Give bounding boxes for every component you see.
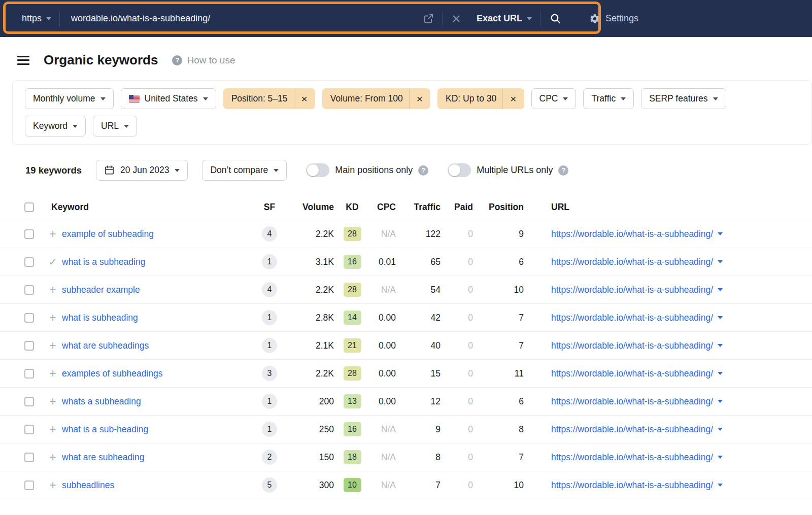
serp-features-badge[interactable]: 1: [262, 254, 277, 269]
question-icon[interactable]: ?: [558, 165, 568, 176]
keyword-link[interactable]: what are subheading: [62, 452, 250, 463]
expand-icon[interactable]: +: [49, 479, 56, 491]
col-url[interactable]: URL: [551, 202, 812, 213]
url-dropdown-icon[interactable]: [718, 400, 723, 403]
row-checkbox[interactable]: [24, 341, 34, 351]
settings-button[interactable]: Settings: [589, 13, 638, 24]
url-dropdown-icon[interactable]: [718, 288, 723, 291]
expand-icon[interactable]: +: [49, 424, 56, 435]
col-sf[interactable]: SF: [264, 202, 275, 213]
row-checkbox[interactable]: [24, 369, 34, 379]
expand-icon[interactable]: +: [49, 396, 56, 407]
keyword-link[interactable]: example of subheading: [62, 229, 250, 239]
remove-filter-icon[interactable]: ×: [294, 89, 315, 109]
url-link[interactable]: https://wordable.io/what-is-a-subheading…: [551, 396, 713, 407]
keyword-link[interactable]: what is subheading: [62, 313, 250, 323]
keyword-link[interactable]: what are subheadings: [62, 340, 250, 351]
filter-chip[interactable]: Traffic: [583, 88, 634, 109]
multiple-urls-toggle[interactable]: [448, 163, 471, 177]
serp-features-badge[interactable]: 1: [262, 338, 277, 353]
url-dropdown-icon[interactable]: [718, 372, 723, 375]
keyword-link[interactable]: what is a subheading: [62, 257, 250, 267]
search-icon[interactable]: [549, 12, 563, 26]
how-to-use-link[interactable]: ? How to use: [172, 55, 235, 66]
filter-chip[interactable]: United States: [121, 88, 216, 109]
row-checkbox[interactable]: [24, 397, 34, 406]
url-dropdown-icon[interactable]: [718, 428, 723, 431]
url-link[interactable]: https://wordable.io/what-is-a-subheading…: [551, 340, 713, 351]
keyword-link[interactable]: subheader example: [62, 285, 250, 295]
url-dropdown-icon[interactable]: [718, 456, 723, 459]
keyword-link[interactable]: examples of subheadings: [62, 368, 250, 379]
filter-chip[interactable]: Keyword: [25, 116, 86, 136]
question-icon[interactable]: ?: [418, 165, 428, 176]
mode-dropdown[interactable]: Exact URL: [477, 13, 532, 24]
expand-icon[interactable]: +: [49, 228, 56, 240]
multiple-urls-label: Multiple URLs only: [477, 165, 553, 176]
row-checkbox[interactable]: [24, 453, 34, 462]
filter-chip[interactable]: SERP features: [641, 88, 726, 109]
col-position[interactable]: Position: [473, 202, 524, 213]
date-picker-button[interactable]: 20 Jun 2023: [96, 160, 188, 181]
serp-features-badge[interactable]: 5: [262, 477, 277, 493]
clear-icon[interactable]: [449, 12, 463, 26]
serp-features-badge[interactable]: 3: [262, 366, 277, 381]
url-link[interactable]: https://wordable.io/what-is-a-subheading…: [551, 313, 713, 323]
keyword-link[interactable]: whats a subheading: [62, 396, 250, 407]
url-link[interactable]: https://wordable.io/what-is-a-subheading…: [551, 480, 713, 491]
url-dropdown-icon[interactable]: [718, 316, 723, 319]
serp-features-badge[interactable]: 4: [262, 282, 277, 297]
row-checkbox[interactable]: [24, 257, 34, 267]
url-link[interactable]: https://wordable.io/what-is-a-subheading…: [551, 452, 713, 463]
remove-filter-icon[interactable]: ×: [502, 89, 523, 109]
url-dropdown-icon[interactable]: [718, 484, 723, 487]
row-checkbox[interactable]: [24, 313, 34, 323]
serp-features-badge[interactable]: 4: [262, 226, 277, 242]
url-link[interactable]: https://wordable.io/what-is-a-subheading…: [551, 229, 713, 239]
filter-chip[interactable]: Position: 5–15 ×: [223, 88, 315, 109]
url-dropdown-icon[interactable]: [718, 260, 723, 263]
serp-features-badge[interactable]: 1: [262, 310, 277, 325]
expand-icon[interactable]: +: [49, 284, 56, 296]
col-traffic[interactable]: Traffic: [396, 202, 441, 213]
serp-features-badge[interactable]: 1: [262, 422, 277, 437]
expand-icon[interactable]: +: [49, 340, 56, 352]
main-positions-toggle[interactable]: [306, 163, 329, 177]
row-checkbox[interactable]: [24, 480, 34, 490]
cpc-value: N/A: [370, 285, 396, 295]
filter-chip[interactable]: URL: [93, 116, 137, 136]
row-checkbox[interactable]: [24, 229, 34, 239]
row-checkbox[interactable]: [24, 285, 34, 295]
expand-icon[interactable]: +: [49, 452, 56, 463]
col-paid[interactable]: Paid: [441, 202, 473, 213]
row-checkbox[interactable]: [24, 425, 34, 434]
keyword-link[interactable]: subheadlines: [62, 480, 250, 491]
remove-filter-icon[interactable]: ×: [409, 89, 430, 109]
filter-chip[interactable]: Volume: From 100 ×: [322, 88, 430, 109]
menu-icon[interactable]: [17, 56, 29, 65]
col-kd[interactable]: KD: [334, 202, 370, 213]
expand-icon[interactable]: +: [49, 312, 56, 324]
col-cpc[interactable]: CPC: [370, 202, 396, 213]
col-keyword[interactable]: Keyword: [44, 202, 250, 213]
keyword-link[interactable]: what is a sub-heading: [62, 424, 250, 435]
filter-chip[interactable]: Monthly volume: [25, 88, 114, 109]
serp-features-badge[interactable]: 2: [262, 450, 277, 465]
open-external-icon[interactable]: [421, 12, 435, 26]
serp-features-badge[interactable]: 1: [262, 394, 277, 409]
filter-chip[interactable]: CPC: [531, 88, 577, 109]
expand-icon[interactable]: ✓: [49, 257, 57, 267]
url-dropdown-icon[interactable]: [718, 232, 723, 235]
url-link[interactable]: https://wordable.io/what-is-a-subheading…: [551, 257, 713, 267]
url-input[interactable]: wordable.io/what-is-a-subheading/: [71, 13, 421, 24]
filter-chip[interactable]: KD: Up to 30 ×: [437, 88, 524, 109]
protocol-dropdown[interactable]: https: [22, 13, 51, 24]
select-all-checkbox[interactable]: [24, 202, 34, 212]
url-link[interactable]: https://wordable.io/what-is-a-subheading…: [551, 368, 713, 379]
url-link[interactable]: https://wordable.io/what-is-a-subheading…: [551, 424, 713, 435]
compare-dropdown[interactable]: Don’t compare: [202, 160, 287, 181]
col-volume[interactable]: Volume: [289, 202, 334, 213]
url-link[interactable]: https://wordable.io/what-is-a-subheading…: [551, 285, 713, 295]
expand-icon[interactable]: +: [49, 368, 56, 380]
url-dropdown-icon[interactable]: [718, 344, 723, 347]
